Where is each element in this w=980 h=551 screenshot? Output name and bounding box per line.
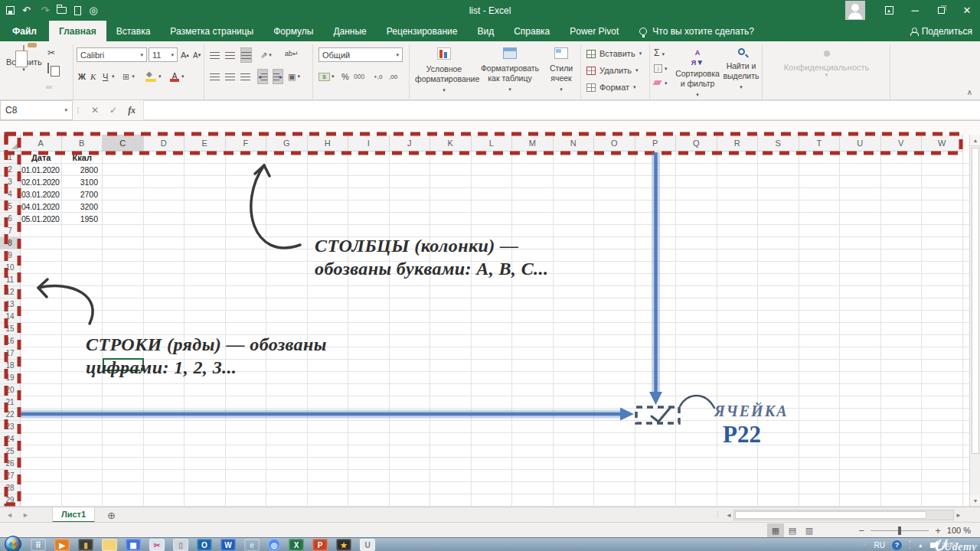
row-header[interactable]: 29 xyxy=(0,494,21,507)
tab-file[interactable]: Файл xyxy=(0,21,49,41)
autosum-icon[interactable]: Σ▾ xyxy=(654,47,668,58)
row-header[interactable]: 5 xyxy=(0,201,21,213)
page-break-view-icon[interactable]: ▥ xyxy=(801,523,818,537)
row-header[interactable]: 19 xyxy=(0,372,21,384)
save-icon[interactable] xyxy=(6,6,15,15)
column-header[interactable]: J xyxy=(390,135,431,152)
row-header[interactable]: 16 xyxy=(0,335,21,347)
minimize-button[interactable]: ─ xyxy=(902,0,928,21)
column-header[interactable]: N xyxy=(554,135,595,152)
sort-filter-button[interactable]: АЯ▼ Сортировка и фильтр▾ xyxy=(675,47,720,99)
prev-sheet-icon[interactable]: ◄ xyxy=(6,511,13,519)
paste-button[interactable]: Вставить ▾ xyxy=(6,46,41,73)
format-as-table-button[interactable]: Форматировать как таблицу▾ xyxy=(478,47,542,94)
grow-font-button[interactable]: А▴ xyxy=(181,47,189,63)
u-shaped-app-icon[interactable]: U xyxy=(360,539,375,551)
zoom-slider-thumb[interactable] xyxy=(898,527,901,535)
borders-icon[interactable]: ⊞▾ xyxy=(122,69,135,84)
column-header[interactable]: Q xyxy=(676,135,717,152)
column-header[interactable]: G xyxy=(266,135,308,152)
help-tray-icon[interactable]: ? xyxy=(892,540,902,550)
column-header[interactable]: T xyxy=(799,135,841,152)
font-color-icon[interactable]: А▾ xyxy=(170,69,185,84)
column-header[interactable]: O xyxy=(594,135,635,152)
internet-explorer-icon[interactable]: e xyxy=(244,539,260,551)
align-middle-icon[interactable] xyxy=(225,47,235,63)
language-indicator[interactable]: RU xyxy=(874,541,884,549)
touch-mode-icon[interactable]: ◎ xyxy=(89,5,97,15)
decrease-indent-icon[interactable]: ◂ xyxy=(257,69,268,84)
row-header[interactable]: 24 xyxy=(0,433,21,445)
ribbon-tab[interactable]: Разметка страницы xyxy=(160,21,263,41)
tray-expand-icon[interactable]: ▲ xyxy=(918,543,923,548)
column-header[interactable]: F xyxy=(226,135,267,152)
ribbon-tab[interactable]: Рецензирование xyxy=(377,21,468,41)
column-header[interactable]: K xyxy=(430,135,472,152)
shrink-font-button[interactable]: А▾ xyxy=(193,47,201,63)
kcal-cell[interactable]: 2700 xyxy=(62,188,103,201)
row-header[interactable]: 9 xyxy=(0,249,21,262)
show-desktop-list-icon[interactable]: ⠿ xyxy=(31,539,46,551)
scroll-down-icon[interactable]: ▼ xyxy=(970,495,980,507)
row-header[interactable]: 14 xyxy=(0,311,21,323)
row-header[interactable]: 2 xyxy=(0,164,21,176)
align-left-icon[interactable] xyxy=(210,69,220,84)
add-sheet-icon[interactable]: ⊕ xyxy=(107,507,116,523)
normal-view-icon[interactable]: ▦ xyxy=(767,523,784,537)
powerpoint-icon[interactable]: P xyxy=(312,539,328,551)
name-box[interactable]: C8▾ xyxy=(0,100,73,120)
folder-icon[interactable] xyxy=(102,539,117,551)
column-header[interactable]: M xyxy=(512,135,554,152)
zoom-in-icon[interactable]: + xyxy=(935,525,941,536)
column-header[interactable]: B xyxy=(62,135,103,152)
row-header[interactable]: 22 xyxy=(0,409,21,421)
row-header[interactable]: 26 xyxy=(0,458,21,470)
kcal-cell[interactable]: 1950 xyxy=(62,213,103,225)
insert-function-icon[interactable]: fx xyxy=(128,105,136,116)
ribbon-tab[interactable]: Справка xyxy=(504,21,560,41)
row-header[interactable]: 28 xyxy=(0,482,21,494)
column-header[interactable]: I xyxy=(348,135,390,152)
column-header[interactable]: W xyxy=(922,135,963,152)
clear-icon[interactable]: ▾ xyxy=(654,77,668,86)
sheet-tab-list1[interactable]: Лист1 xyxy=(52,507,95,523)
row-header[interactable]: 17 xyxy=(0,347,21,360)
snipping-tool-icon[interactable]: ✂ xyxy=(149,539,165,551)
row-header[interactable]: 18 xyxy=(0,360,21,372)
increase-indent-icon[interactable]: ▸ xyxy=(273,69,283,84)
ribbon-tab[interactable]: Формулы xyxy=(263,21,323,41)
mixer-app-icon[interactable]: ▮ xyxy=(78,539,93,551)
cut-icon[interactable]: ✂ xyxy=(47,47,55,58)
column-header[interactable]: L xyxy=(472,135,513,152)
increase-decimal-icon[interactable]: +,0 xyxy=(374,69,382,84)
row-header[interactable]: 25 xyxy=(0,445,21,458)
conditional-formatting-button[interactable]: Условное форматирование▾ xyxy=(415,47,473,95)
date-cell[interactable]: 03.01.2020 xyxy=(21,188,62,201)
align-center-icon[interactable] xyxy=(225,69,235,84)
row-header[interactable]: 15 xyxy=(0,323,21,335)
row-header[interactable]: 20 xyxy=(0,384,21,396)
ribbon-display-options-icon[interactable]: ▴ xyxy=(876,0,902,21)
column-header[interactable]: P xyxy=(635,135,677,152)
tell-me-box[interactable]: Что вы хотите сделать? xyxy=(639,21,754,41)
page-layout-view-icon[interactable]: ▤ xyxy=(784,523,801,537)
fill-color-icon[interactable]: ▾ xyxy=(145,69,162,84)
zoom-slider[interactable] xyxy=(871,530,929,531)
zoom-level[interactable]: 100 % xyxy=(947,526,971,535)
undo-icon[interactable]: ↶▾ xyxy=(22,5,33,15)
chrome-icon[interactable]: ◎ xyxy=(268,539,280,551)
header-cell-kcal[interactable]: Ккал xyxy=(62,152,103,164)
horizontal-scrollbar[interactable]: ◄ ► xyxy=(724,509,963,521)
select-all-corner[interactable] xyxy=(0,135,21,152)
column-header[interactable]: C xyxy=(103,135,144,152)
row-header[interactable]: 11 xyxy=(0,274,21,286)
row-header[interactable]: 10 xyxy=(0,262,21,274)
percent-style-icon[interactable]: % xyxy=(341,69,349,84)
italic-button[interactable]: К xyxy=(90,69,96,84)
ribbon-tab[interactable]: Данные xyxy=(323,21,376,41)
underline-button[interactable]: Ч xyxy=(103,69,108,84)
column-header[interactable]: V xyxy=(881,135,923,152)
restore-button[interactable] xyxy=(928,0,954,21)
speaker-icon[interactable] xyxy=(930,543,935,548)
align-right-icon[interactable] xyxy=(240,69,250,84)
